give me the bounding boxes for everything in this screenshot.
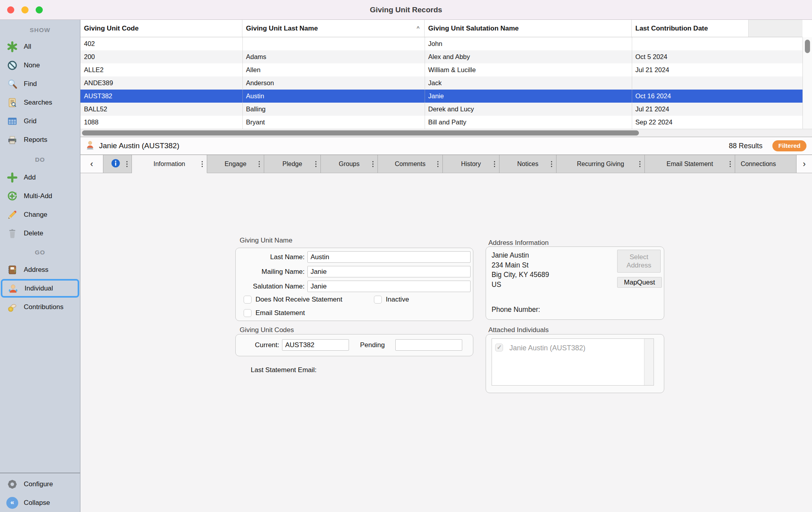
sidebar-item-label: Collapse	[24, 499, 50, 507]
address-street-line: 234 Main St	[492, 260, 549, 270]
filtered-badge[interactable]: Filtered	[772, 140, 806, 151]
horizontal-scrollbar-thumb[interactable]	[82, 130, 639, 136]
table-row-selected[interactable]: AUST382AustinJanieOct 16 2024	[80, 90, 802, 103]
asterisk-icon	[6, 41, 18, 53]
sidebar-item-address[interactable]: Address	[0, 260, 80, 279]
chevron-left-icon: ‹	[90, 159, 93, 169]
current-code-field[interactable]	[282, 339, 349, 351]
tab-scroll-left-button[interactable]: ‹	[80, 155, 103, 173]
current-code-label: Current:	[240, 339, 279, 351]
kebab-menu-icon[interactable]	[437, 161, 438, 167]
tab-history[interactable]: History	[443, 155, 499, 173]
table-row[interactable]: 402John	[80, 37, 802, 50]
record-title: Janie Austin (AUST382)	[99, 141, 179, 150]
sidebar-item-label: Address	[24, 266, 48, 274]
select-address-button[interactable]: Select Address	[617, 250, 661, 273]
tab-strip: ‹ Information Engage Pledge Groups Comme…	[80, 155, 812, 173]
tab-record-info[interactable]	[103, 155, 132, 173]
kebab-menu-icon[interactable]	[494, 161, 495, 167]
tab-groups[interactable]: Groups	[321, 155, 378, 173]
email-statement-checkbox[interactable]	[244, 309, 252, 317]
sidebar-item-add[interactable]: Add	[0, 168, 80, 187]
sidebar-item-searches[interactable]: Searches	[0, 93, 80, 112]
printer-icon	[6, 134, 18, 146]
tab-scroll-right-button[interactable]: ›	[796, 155, 812, 173]
mailing-name-field[interactable]	[307, 266, 471, 277]
attached-individual-checkbox[interactable]	[495, 344, 503, 352]
kebab-menu-icon[interactable]	[315, 161, 316, 167]
gear-icon	[6, 478, 18, 490]
pending-code-label: Pending	[360, 339, 391, 351]
table-header-row: Giving Unit Code Giving Unit Last Name^ …	[80, 20, 802, 37]
sidebar-item-change[interactable]: Change	[0, 205, 80, 224]
giving-unit-codes-group: Current: Pending	[235, 334, 473, 356]
tab-comments[interactable]: Comments	[378, 155, 443, 173]
sidebar-item-configure[interactable]: Configure	[0, 475, 80, 493]
sidebar-item-delete[interactable]: Delete	[0, 224, 80, 243]
sidebar-item-label: Find	[24, 80, 37, 88]
tab-engage[interactable]: Engage	[207, 155, 264, 173]
sidebar-item-reports[interactable]: Reports	[0, 130, 80, 149]
kebab-menu-icon[interactable]	[551, 161, 552, 167]
kebab-menu-icon[interactable]	[126, 161, 128, 167]
tab-email-statement[interactable]: Email Statement	[645, 155, 735, 173]
horizontal-scrollbar[interactable]	[80, 129, 812, 137]
kebab-menu-icon[interactable]	[202, 161, 203, 167]
giving-unit-name-legend: Giving Unit Name	[240, 237, 292, 245]
sidebar-item-all[interactable]: All	[0, 37, 80, 56]
does-not-receive-statement-checkbox[interactable]	[244, 296, 252, 304]
address-book-icon	[6, 264, 18, 276]
grid-icon	[6, 115, 18, 127]
salutation-name-field[interactable]	[307, 281, 471, 292]
list-scrollbar[interactable]	[644, 339, 654, 385]
sidebar-item-collapse[interactable]: « Collapse	[0, 493, 80, 512]
column-header-last-contribution-date[interactable]: Last Contribution Date	[632, 20, 749, 37]
sidebar-item-grid[interactable]: Grid	[0, 112, 80, 130]
person-at-laptop-icon	[85, 140, 95, 152]
address-country-line: US	[492, 280, 549, 290]
table-row[interactable]: BALL52BallingDerek and LucyJul 21 2024	[80, 103, 802, 116]
sidebar-item-multi-add[interactable]: Multi-Add	[0, 187, 80, 205]
table-row[interactable]: 1088BryantBill and PattySep 22 2024	[80, 116, 802, 129]
pending-code-field[interactable]	[395, 339, 462, 351]
sidebar-section-do: DO	[0, 149, 80, 168]
column-header-giving-unit-last-name[interactable]: Giving Unit Last Name^	[242, 20, 425, 37]
hand-coin-icon	[6, 301, 18, 313]
attached-individuals-list[interactable]: Janie Austin (AUST382)	[492, 338, 654, 386]
tab-information[interactable]: Information	[132, 155, 207, 173]
kebab-menu-icon[interactable]	[639, 161, 640, 167]
sidebar-section-show: SHOW	[0, 23, 80, 37]
vertical-scrollbar[interactable]	[802, 37, 812, 129]
table-row[interactable]: ANDE389AndersonJack	[80, 76, 802, 90]
sidebar-item-label: Multi-Add	[24, 192, 52, 200]
last-name-field[interactable]	[307, 251, 471, 263]
mapquest-button[interactable]: MapQuest	[617, 277, 662, 288]
sidebar-item-none[interactable]: None	[0, 56, 80, 75]
column-header-filler	[749, 20, 802, 37]
vertical-scrollbar-thumb[interactable]	[805, 40, 810, 53]
sidebar-item-label: Contributions	[24, 303, 63, 311]
address-name-line: Janie Austin	[492, 250, 549, 260]
table-row[interactable]: ALLE2AllenWilliam & LucilleJul 21 2024	[80, 63, 802, 76]
column-header-giving-unit-salutation-name[interactable]: Giving Unit Salutation Name	[425, 20, 632, 37]
last-name-label: Last Name:	[236, 251, 305, 263]
inactive-checkbox[interactable]	[374, 296, 382, 304]
kebab-menu-icon[interactable]	[259, 161, 260, 167]
sidebar-item-label: All	[24, 43, 31, 51]
kebab-menu-icon[interactable]	[730, 161, 731, 167]
sidebar-item-find[interactable]: Find	[0, 75, 80, 93]
column-header-giving-unit-code[interactable]: Giving Unit Code	[80, 20, 242, 37]
sidebar-footer: Configure « Collapse	[0, 473, 80, 512]
sidebar-item-label: Reports	[24, 136, 48, 144]
table-row[interactable]: 200AdamsAlex and AbbyOct 5 2024	[80, 50, 802, 63]
attached-individual-label: Janie Austin (AUST382)	[509, 344, 585, 352]
giving-unit-table: Giving Unit Code Giving Unit Last Name^ …	[80, 20, 812, 137]
sidebar-item-contributions[interactable]: Contributions	[0, 298, 80, 316]
tab-pledge[interactable]: Pledge	[264, 155, 321, 173]
email-statement-label: Email Statement	[255, 309, 305, 317]
sidebar-item-individual[interactable]: Individual	[1, 279, 79, 298]
tab-recurring-giving[interactable]: Recurring Giving	[557, 155, 645, 173]
tab-notices[interactable]: Notices	[499, 155, 557, 173]
kebab-menu-icon[interactable]	[372, 161, 374, 167]
collapse-icon: «	[6, 497, 18, 509]
